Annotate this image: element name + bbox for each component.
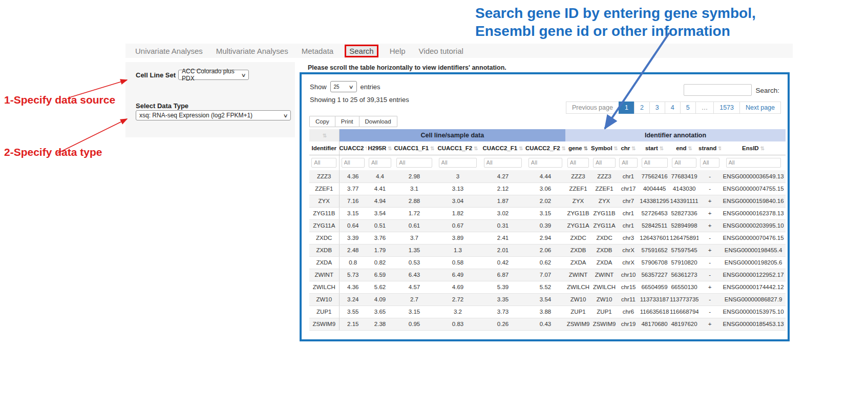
cell-strand: - — [698, 256, 721, 269]
column-header-chr[interactable]: chr⇅ — [618, 141, 639, 155]
filter-input-cuacc2-f1[interactable] — [484, 158, 522, 168]
print-button[interactable]: Print — [335, 116, 359, 127]
cell-cuacc1-f1: 0.53 — [393, 256, 435, 269]
filter-input-end[interactable] — [672, 158, 696, 168]
column-header-ensid[interactable]: EnsID⇅ — [721, 141, 786, 155]
cell-cuacc2-f2: 3.54 — [525, 293, 565, 306]
column-header-start[interactable]: start⇅ — [639, 141, 670, 155]
cell-strand: - — [698, 269, 721, 281]
page-button-1573[interactable]: 1573 — [713, 101, 740, 114]
table-row: ZW103.244.092.72.723.353.54ZW10ZW10chr11… — [309, 293, 786, 306]
table-row: ZYG11B3.153.541.721.823.023.15ZYG11BZYG1… — [309, 207, 786, 219]
filter-input-start[interactable] — [642, 158, 668, 168]
cell-h295r: 1.79 — [367, 244, 393, 256]
filter-input-symbol[interactable] — [593, 158, 616, 168]
cell-strand: + — [698, 318, 721, 330]
filter-input-h295r[interactable] — [369, 158, 391, 168]
cell-line-set-select[interactable]: ACC Colorado plus PDX ∨ — [178, 70, 249, 80]
cell-identifier: ZSWIM9 — [309, 318, 339, 330]
copy-button[interactable]: Copy — [309, 116, 335, 127]
cell-chr: chr1 — [618, 219, 639, 232]
cell-cuacc2: 3.39 — [339, 232, 367, 244]
nav-item-video-tutorial[interactable]: Video tutorial — [419, 47, 463, 55]
column-header-gene[interactable]: gene⇅ — [565, 141, 591, 155]
column-header-cuacc2-f2[interactable]: CUACC2_F2⇅ — [525, 141, 565, 155]
options-panel: Cell Line Set ACC Colorado plus PDX ∨ Se… — [125, 62, 295, 137]
cell-cuacc1-f2: 2.72 — [435, 293, 480, 306]
nav-item-search[interactable]: Search — [345, 45, 378, 57]
cell-end: 66550130 — [670, 281, 698, 293]
column-header-h295r[interactable]: H295R⇅ — [367, 141, 393, 155]
download-button[interactable]: Download — [359, 116, 397, 127]
table-row: ZXDB2.481.791.351.32.012.06ZXDBZXDBchrX5… — [309, 244, 786, 256]
sort-icon: ⇅ — [614, 146, 618, 151]
cell-strand: - — [698, 182, 721, 195]
sort-icon: ⇅ — [660, 146, 664, 151]
cell-cuacc1-f2: 3.89 — [435, 232, 480, 244]
cell-symbol: ZXDB — [591, 244, 618, 256]
cell-gene: ZYX — [565, 195, 591, 207]
table-row: ZZZ34.364.42.9834.274.44ZZZ3ZZZ3chr17756… — [309, 170, 786, 182]
filter-input-cuacc1-f2[interactable] — [439, 158, 477, 168]
cell-start: 143381295 — [639, 195, 670, 207]
filter-input-cuacc1-f1[interactable] — [396, 158, 432, 168]
filter-input-identifier[interactable] — [311, 158, 336, 168]
cell-ensid: ENSG00000198455.4 — [721, 244, 786, 256]
cell-identifier: ZZEF1 — [309, 182, 339, 195]
cell-end: 116668794 — [670, 306, 698, 318]
cell-cuacc1-f1: 0.61 — [393, 219, 435, 232]
search-input[interactable] — [684, 84, 752, 96]
table-row: ZXDC3.393.763.73.892.412.94ZXDCZXDCchr31… — [309, 232, 786, 244]
page-button-2[interactable]: 2 — [634, 101, 650, 114]
filter-input-chr[interactable] — [619, 158, 638, 168]
column-header-cuacc2[interactable]: CUACC2⇅ — [339, 141, 367, 155]
cell-cuacc2-f2: 2.02 — [525, 195, 565, 207]
filter-input-strand[interactable] — [700, 158, 719, 168]
filter-input-cuacc2[interactable] — [342, 158, 365, 168]
page-button-4[interactable]: 4 — [665, 101, 681, 114]
cell-cuacc2-f1: 2.12 — [480, 182, 525, 195]
column-header-symbol[interactable]: Symbol⇅ — [591, 141, 618, 155]
column-header-end[interactable]: end⇅ — [670, 141, 698, 155]
entries-label: entries — [361, 83, 380, 91]
nav-item-univariate-analyses[interactable]: Univariate Analyses — [135, 47, 203, 55]
column-header-cuacc1-f2[interactable]: CUACC1_F2⇅ — [435, 141, 480, 155]
cell-symbol: ZXDA — [591, 256, 618, 269]
gene-data-table: ⇅Cell line/sample dataIdentifier annotat… — [309, 129, 786, 331]
cell-identifier: ZXDA — [309, 256, 339, 269]
cell-gene: ZXDA — [565, 256, 591, 269]
next-page-button[interactable]: Next page — [739, 101, 781, 114]
sort-icon[interactable]: ⇅ — [309, 129, 339, 141]
page-button-1[interactable]: 1 — [619, 101, 634, 114]
column-header-cuacc2-f1[interactable]: CUACC2_F1⇅ — [480, 141, 525, 155]
cell-h295r: 0.82 — [367, 256, 393, 269]
column-header-cuacc1-f1[interactable]: CUACC1_F1⇅ — [393, 141, 435, 155]
cell-cuacc2: 0.8 — [339, 256, 367, 269]
column-header-strand[interactable]: strand⇅ — [698, 141, 721, 155]
cell-chr: chr15 — [618, 281, 639, 293]
nav-item-help[interactable]: Help — [390, 47, 406, 55]
data-type-select[interactable]: xsq: RNA-seq Expression (log2 FPKM+1) ∨ — [136, 110, 291, 120]
cell-strand: + — [698, 244, 721, 256]
table-row: ZSWIM92.152.380.950.830.260.43ZSWIM9ZSWI… — [309, 318, 786, 330]
scroll-note: Please scroll the table horizontally to … — [308, 64, 506, 71]
filter-input-cuacc2-f2[interactable] — [528, 158, 562, 168]
cell-chr: chr6 — [618, 306, 639, 318]
entries-select[interactable]: 25 ∨ — [330, 81, 357, 92]
page-button-3[interactable]: 3 — [649, 101, 665, 114]
cell-cuacc1-f1: 2.88 — [393, 195, 435, 207]
cell-gene: ZYG11A — [565, 219, 591, 232]
table-row: ZYG11A0.640.510.610.670.310.39ZYG11AZYG1… — [309, 219, 786, 232]
column-header-identifier[interactable]: Identifier — [309, 141, 339, 155]
data-type-value: xsq: RNA-seq Expression (log2 FPKM+1) — [139, 112, 252, 119]
filter-input-gene[interactable] — [567, 158, 589, 168]
cell-cuacc1-f2: 3.2 — [435, 306, 480, 318]
previous-page-button[interactable]: Previous page — [566, 101, 619, 114]
cell-end: 57597545 — [670, 244, 698, 256]
nav-item-multivariate-analyses[interactable]: Multivariate Analyses — [216, 47, 288, 55]
cell-start: 52726453 — [639, 207, 670, 219]
page-button-5[interactable]: 5 — [680, 101, 696, 114]
filter-input-ensid[interactable] — [726, 158, 781, 168]
nav-item-metadata[interactable]: Metadata — [302, 47, 334, 55]
cell-cuacc1-f1: 6.43 — [393, 269, 435, 281]
